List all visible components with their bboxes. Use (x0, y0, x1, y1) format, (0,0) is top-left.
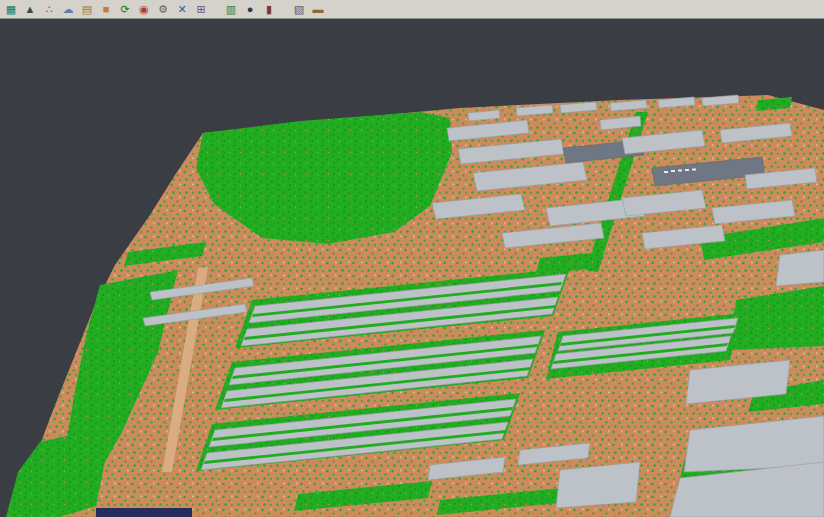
dark-mountain-icon[interactable]: ▲ (22, 2, 38, 17)
viewport-3d[interactable] (0, 0, 824, 517)
orange-box-icon[interactable]: ■ (98, 2, 114, 17)
roof-mark (692, 169, 696, 171)
teal-grid-icon[interactable]: ▦ (3, 2, 19, 17)
point-cloud-render (0, 0, 824, 517)
dark-globe-icon[interactable]: ● (242, 2, 258, 17)
red-target-icon[interactable]: ◉ (136, 2, 152, 17)
building-roof (556, 462, 640, 508)
beige-layers-icon[interactable]: ▤ (79, 2, 95, 17)
blue-cross-icon[interactable]: ✕ (174, 2, 190, 17)
roof-mark (685, 169, 689, 171)
building-roof (776, 250, 824, 286)
blue-points-icon[interactable]: ∴ (41, 2, 57, 17)
green-refresh-icon[interactable]: ⟳ (117, 2, 133, 17)
gray-panel-icon[interactable]: ▧ (291, 2, 307, 17)
bottom-blue-strip (96, 508, 192, 517)
vegetation-patch (6, 426, 112, 517)
green-table-icon[interactable]: ▥ (223, 2, 239, 17)
tan-doc-icon[interactable]: ▬ (310, 2, 326, 17)
roof-mark (664, 171, 668, 173)
gear-icon[interactable]: ⚙ (155, 2, 171, 17)
application-window: ▦▲∴☁▤■⟳◉⚙✕⊞▥●▮▧▬ (0, 0, 824, 517)
roof-mark (671, 170, 675, 172)
purple-frame-icon[interactable]: ⊞ (193, 2, 209, 17)
maroon-chart-icon[interactable]: ▮ (261, 2, 277, 17)
roof-mark (678, 170, 682, 172)
toolbar: ▦▲∴☁▤■⟳◉⚙✕⊞▥●▮▧▬ (0, 0, 824, 19)
cloud-icon[interactable]: ☁ (60, 2, 76, 17)
